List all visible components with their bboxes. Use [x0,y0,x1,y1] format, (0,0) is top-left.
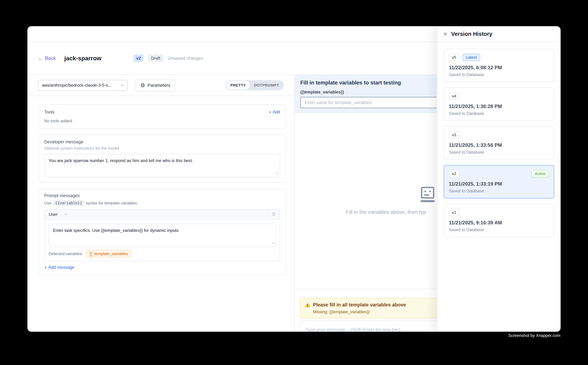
latest-badge: Latest [463,54,480,61]
add-tool-label: Add [273,110,280,114]
version-timestamp: 11/21/2025, 9:16:39 AM [449,220,549,225]
plus-icon: + [44,265,47,270]
chevron-down-icon [65,213,67,215]
parameters-label: Parameters [147,83,170,88]
version-card-v2-active[interactable]: v2 Active 11/21/2025, 1:33:19 PM Saved t… [444,165,554,198]
draft-badge: Draft [148,54,163,62]
pencil-icon: ✎ [89,252,92,256]
version-status: Saved to Database [449,227,549,232]
version-timestamp: 11/21/2025, 1:33:19 PM [449,181,549,187]
template-variable-name: template_variables [94,252,128,256]
version-badge: v2 [133,54,144,62]
version-status: Saved to Database [449,72,549,77]
version-status: Saved to Database [449,189,549,193]
page-background: ← Back jack-sparrow v2 Draft Unsaved cha… [0,0,588,365]
toggle-pretty[interactable]: PRETTY [226,81,250,90]
chevron-down-icon [121,83,124,86]
version-list: v5 Latest 11/22/2025, 6:08:12 PM Saved t… [437,42,560,244]
back-button[interactable]: ← Back [38,56,56,61]
version-timestamp: 11/22/2025, 6:08:12 PM [449,65,549,70]
version-card-v3[interactable]: v3 11/21/2025, 1:33:56 PM Saved to Datab… [444,126,554,160]
version-chip: v4 [449,92,459,100]
tools-empty-text: No tools added [44,119,280,123]
editor-toolbar: aws/anthropic/bedrock-claude-3-5-s... ⚙ … [28,75,294,96]
prompt-message-value: Enter task specifics. Use {{template_var… [53,228,179,233]
watermark-text: Screenshot by Xnapper.com [508,333,560,338]
close-icon[interactable]: × [443,31,447,37]
drag-handle-icon[interactable]: ⠿ [272,211,276,218]
role-value: User [49,212,58,217]
resize-handle-icon[interactable] [276,170,279,176]
warning-icon [305,302,310,307]
message-role-header: User ⠿ [45,209,280,220]
back-label: Back [45,56,56,61]
version-history-header: × Version History [437,26,560,42]
version-timestamp: 11/21/2025, 1:36:28 PM [449,104,549,109]
prompt-message-block: User ⠿ Enter task specifics. Use {{templ… [44,209,280,261]
version-status: Saved to Database [449,111,549,116]
model-select-value: aws/anthropic/bedrock-claude-3-5-s... [42,83,111,88]
plus-icon: + [269,110,271,114]
developer-message-textarea[interactable]: You are jack sparrow number 1, respond a… [44,154,280,177]
version-chip: v3 [449,131,459,139]
version-card-v1[interactable]: v1 11/21/2025, 9:16:39 AM Saved to Datab… [444,204,554,237]
prompt-syntax-hint: Use {{variable}} syntax for template var… [44,200,280,206]
developer-message-card: Developer message Optional system instru… [39,135,286,182]
model-select[interactable]: aws/anthropic/bedrock-claude-3-5-s... [38,80,128,91]
version-timestamp: 11/21/2025, 1:33:56 PM [449,142,549,148]
prompt-messages-card: Prompt messages Use {{variable}} syntax … [39,188,286,275]
message-body: Enter task specifics. Use {{template_var… [45,220,280,261]
back-arrow-icon: ← [38,56,43,61]
developer-message-value: You are jack sparrow number 1, respond a… [49,158,193,163]
developer-message-subtitle: Optional system instructions for the mod… [44,146,280,151]
version-history-panel: × Version History v5 Latest 11/22/2025, … [437,26,560,332]
view-mode-toggle: PRETTY DOTPROMPT [226,80,284,90]
add-message-label: Add message [48,265,75,270]
version-history-title: Version History [451,31,492,37]
tools-title: Tools [44,110,55,115]
add-tool-button[interactable]: + Add [269,110,280,114]
add-message-button[interactable]: + Add message [44,265,280,270]
warning-title: Please fill in all template variables ab… [313,302,406,308]
version-card-v5[interactable]: v5 Latest 11/22/2025, 6:08:12 PM Saved t… [444,49,554,82]
version-chip: v2 [449,170,459,177]
version-status: Saved to Database [449,150,549,155]
editor-cards: Tools + Add No tools added Developer mes… [28,96,294,275]
prompt-message-textarea[interactable]: Enter task specifics. Use {{template_var… [49,224,276,247]
robot-icon [421,187,435,202]
template-variable-chip[interactable]: ✎ template_variables [86,250,131,258]
resize-handle-icon[interactable] [271,239,274,246]
hint-suffix: syntax for template variables [86,201,137,205]
role-select[interactable]: User [49,212,67,217]
empty-state-text: Fill in the variables above, then typ [346,209,426,215]
detected-variables-row: Detected variables: ✎ template_variables [49,250,276,258]
toggle-dotprompt[interactable]: DOTPROMPT [250,81,283,90]
header-badges: v2 Draft Unsaved changes [133,54,203,62]
active-badge: Active [531,170,549,177]
gear-icon: ⚙ [140,83,145,88]
version-chip: v5 [449,54,459,61]
version-chip: v1 [449,209,459,216]
detected-variables-label: Detected variables: [49,252,83,256]
prompt-messages-title: Prompt messages [44,193,280,198]
parameters-button[interactable]: ⚙ Parameters [135,79,175,91]
version-card-v4[interactable]: v4 11/21/2025, 1:36:28 PM Saved to Datab… [444,87,554,121]
editor-column: aws/anthropic/bedrock-claude-3-5-s... ⚙ … [28,75,295,331]
variable-syntax-chip: {{variable}} [53,200,84,206]
hint-prefix: Use [44,201,51,205]
page-title: jack-sparrow [64,55,101,62]
unsaved-changes-text: Unsaved changes [168,56,203,61]
tools-card: Tools + Add No tools added [39,104,286,129]
developer-message-title: Developer message [44,139,280,144]
